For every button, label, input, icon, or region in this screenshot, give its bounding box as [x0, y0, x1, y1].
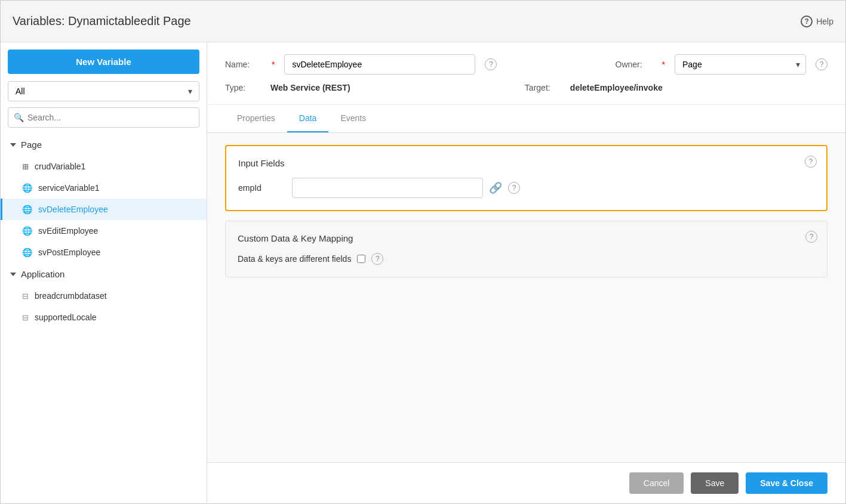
sidebar-list: Page ⊞ crudVariable1 🌐 serviceVariable1 … [1, 134, 207, 503]
type-value: Web Service (REST) [270, 83, 350, 92]
field-help-icon[interactable]: ? [508, 182, 520, 194]
link-icon[interactable]: 🔗 [489, 181, 502, 194]
page-title: Variables: Dynamictableedit Page [13, 14, 191, 28]
application-group-header[interactable]: Application [1, 263, 207, 285]
custom-data-inline-help-icon[interactable]: ? [371, 253, 383, 265]
page-group-label: Page [21, 140, 42, 150]
input-fields-title: Input Fields [238, 158, 814, 168]
sidebar-item-label: crudVariable1 [35, 162, 85, 171]
sidebar-item-svPostEmployee[interactable]: 🌐 svPostEmployee [1, 242, 207, 263]
help-label: Help [816, 17, 833, 26]
cancel-button[interactable]: Cancel [629, 472, 684, 494]
form-row-name: Name: * ? Owner: * Page ▾ ? [225, 54, 827, 75]
search-wrapper: 🔍 [8, 107, 199, 128]
new-variable-button[interactable]: New Variable [8, 50, 199, 74]
application-group-chevron-icon [10, 273, 16, 276]
footer: Cancel Save Save & Close [207, 462, 845, 503]
sidebar-item-label: svDeleteEmployee [38, 205, 108, 214]
custom-data-label: Data & keys are different fields [238, 254, 351, 264]
name-input[interactable] [284, 54, 475, 75]
form-header: Name: * ? Owner: * Page ▾ ? [207, 42, 845, 105]
sidebar-item-label: breadcrumbdataset [35, 291, 107, 301]
page-group-header[interactable]: Page [1, 134, 207, 156]
target-label: Target: [525, 83, 561, 92]
custom-data-row: Data & keys are different fields ? [238, 253, 815, 265]
field-row-empId: empId 🔗 ? [238, 178, 814, 198]
sidebar-item-serviceVariable1[interactable]: 🌐 serviceVariable1 [1, 177, 207, 199]
crud-icon: ⊞ [22, 162, 29, 171]
custom-data-title: Custom Data & Key Mapping [238, 233, 815, 243]
tabs-bar: Properties Data Events [207, 105, 845, 133]
save-close-button[interactable]: Save & Close [746, 472, 827, 494]
dataset-icon: ⊟ [22, 292, 29, 301]
sidebar-item-supportedLocale[interactable]: ⊟ supportedLocale [1, 307, 207, 328]
globe-icon: 🌐 [22, 205, 32, 214]
filter-select[interactable]: All [8, 81, 199, 101]
owner-select[interactable]: Page [675, 54, 806, 75]
search-icon: 🔍 [14, 113, 24, 122]
sidebar: New Variable All ▾ 🔍 Page ⊞ cr [1, 42, 207, 503]
sidebar-item-label: svEditEmployee [38, 226, 98, 236]
search-input[interactable] [8, 107, 199, 128]
sidebar-item-label: serviceVariable1 [38, 183, 99, 193]
sidebar-item-svDeleteEmployee[interactable]: 🌐 svDeleteEmployee [1, 199, 207, 220]
custom-data-help-icon[interactable]: ? [805, 231, 817, 243]
tab-properties[interactable]: Properties [225, 105, 287, 132]
form-row-type: Type: Web Service (REST) Target: deleteE… [225, 83, 827, 92]
sidebar-item-label: supportedLocale [35, 313, 97, 322]
input-fields-help-icon[interactable]: ? [805, 156, 817, 168]
input-fields-section: ? Input Fields empId 🔗 ? [225, 145, 827, 211]
sidebar-item-breadcrumbdataset[interactable]: ⊟ breadcrumbdataset [1, 285, 207, 307]
target-value: deleteEmployee/invoke [570, 83, 663, 92]
page-group-chevron-icon [10, 143, 16, 147]
name-label: Name: [225, 60, 261, 69]
tab-data[interactable]: Data [287, 105, 329, 132]
application-group-label: Application [21, 269, 64, 279]
owner-select-wrapper: Page ▾ [675, 54, 806, 75]
custom-data-checkbox[interactable] [357, 255, 365, 263]
sidebar-item-label: svPostEmployee [38, 248, 100, 257]
globe-icon: 🌐 [22, 226, 32, 236]
help-circle-icon: ? [801, 16, 813, 27]
content-area: Name: * ? Owner: * Page ▾ ? [207, 42, 845, 503]
help-button[interactable]: ? Help [801, 16, 833, 27]
field-name-empId: empId [238, 183, 286, 193]
tab-events[interactable]: Events [328, 105, 378, 132]
sidebar-item-crudVariable1[interactable]: ⊞ crudVariable1 [1, 156, 207, 177]
tab-content-data: ? Input Fields empId 🔗 ? ? Custom D [207, 133, 845, 462]
sidebar-item-svEditEmployee[interactable]: 🌐 svEditEmployee [1, 220, 207, 242]
owner-help-icon[interactable]: ? [816, 58, 827, 70]
save-button[interactable]: Save [691, 472, 739, 494]
filter-wrapper: All ▾ [8, 81, 199, 101]
name-required-star: * [272, 60, 275, 69]
dataset-icon: ⊟ [22, 313, 29, 322]
custom-data-section: ? Custom Data & Key Mapping Data & keys … [225, 221, 827, 277]
globe-icon: 🌐 [22, 248, 32, 257]
field-input-empId[interactable] [292, 178, 483, 198]
globe-icon: 🌐 [22, 183, 32, 193]
name-help-icon[interactable]: ? [485, 58, 497, 70]
owner-label: Owner: [616, 60, 651, 69]
type-label: Type: [225, 83, 261, 92]
owner-required-star: * [662, 60, 665, 69]
